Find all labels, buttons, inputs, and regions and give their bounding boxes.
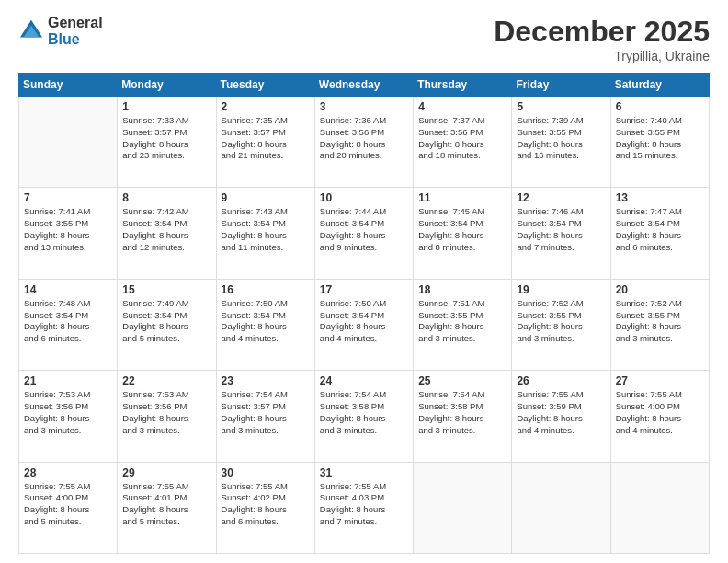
logo-blue-text: Blue [48,31,103,48]
day-number: 12 [517,191,605,204]
day-number: 25 [418,374,506,387]
day-number: 21 [24,374,112,387]
calendar-cell [19,97,118,188]
calendar-cell: 1Sunrise: 7:33 AM Sunset: 3:57 PM Daylig… [118,97,216,188]
calendar-cell: 12Sunrise: 7:46 AM Sunset: 3:54 PM Dayli… [512,188,610,279]
day-number: 19 [517,283,605,296]
day-number: 8 [122,191,210,204]
logo-general-text: General [48,15,103,31]
calendar-cell: 13Sunrise: 7:47 AM Sunset: 3:54 PM Dayli… [610,188,709,279]
calendar-cell: 24Sunrise: 7:54 AM Sunset: 3:58 PM Dayli… [314,371,413,462]
day-number: 10 [320,191,408,204]
day-info: Sunrise: 7:43 AM Sunset: 3:54 PM Dayligh… [222,206,310,253]
calendar-cell: 30Sunrise: 7:55 AM Sunset: 4:02 PM Dayli… [216,462,314,553]
calendar-cell [512,462,610,553]
logo-text: General Blue [48,15,103,47]
logo-icon [18,18,44,44]
day-info: Sunrise: 7:35 AM Sunset: 3:57 PM Dayligh… [222,115,310,162]
day-info: Sunrise: 7:36 AM Sunset: 3:56 PM Dayligh… [320,115,408,162]
title-section: December 2025 Trypillia, Ukraine [494,15,710,63]
day-number: 7 [24,191,112,204]
page: General Blue December 2025 Trypillia, Uk… [0,0,728,563]
day-info: Sunrise: 7:42 AM Sunset: 3:54 PM Dayligh… [122,206,210,253]
calendar-cell: 6Sunrise: 7:40 AM Sunset: 3:55 PM Daylig… [610,97,709,188]
day-number: 23 [222,374,310,387]
calendar-cell: 20Sunrise: 7:52 AM Sunset: 3:55 PM Dayli… [610,279,709,370]
day-info: Sunrise: 7:50 AM Sunset: 3:54 PM Dayligh… [222,298,310,345]
calendar-cell: 21Sunrise: 7:53 AM Sunset: 3:56 PM Dayli… [19,371,118,462]
day-info: Sunrise: 7:51 AM Sunset: 3:55 PM Dayligh… [418,298,506,345]
day-info: Sunrise: 7:55 AM Sunset: 4:01 PM Dayligh… [122,481,210,528]
calendar-week-1: 7Sunrise: 7:41 AM Sunset: 3:55 PM Daylig… [19,188,710,279]
calendar-cell: 19Sunrise: 7:52 AM Sunset: 3:55 PM Dayli… [512,279,610,370]
day-info: Sunrise: 7:52 AM Sunset: 3:55 PM Dayligh… [616,298,704,345]
day-number: 31 [320,466,408,479]
day-number: 30 [222,466,310,479]
col-sunday: Sunday [19,74,118,97]
day-number: 18 [418,283,506,296]
calendar-cell [414,462,512,553]
calendar-cell: 29Sunrise: 7:55 AM Sunset: 4:01 PM Dayli… [118,462,216,553]
day-number: 13 [616,191,704,204]
calendar-cell: 2Sunrise: 7:35 AM Sunset: 3:57 PM Daylig… [216,97,314,188]
calendar-cell: 14Sunrise: 7:48 AM Sunset: 3:54 PM Dayli… [19,279,118,370]
col-thursday: Thursday [414,74,512,97]
calendar-cell: 22Sunrise: 7:53 AM Sunset: 3:56 PM Dayli… [118,371,216,462]
day-number: 6 [616,100,704,113]
calendar-cell: 25Sunrise: 7:54 AM Sunset: 3:58 PM Dayli… [414,371,512,462]
day-number: 3 [320,100,408,113]
day-number: 9 [222,191,310,204]
col-wednesday: Wednesday [314,74,413,97]
day-info: Sunrise: 7:54 AM Sunset: 3:58 PM Dayligh… [418,389,506,436]
calendar-cell: 28Sunrise: 7:55 AM Sunset: 4:00 PM Dayli… [19,462,118,553]
subtitle: Trypillia, Ukraine [494,49,710,63]
calendar-week-0: 1Sunrise: 7:33 AM Sunset: 3:57 PM Daylig… [19,97,710,188]
day-number: 24 [320,374,408,387]
day-info: Sunrise: 7:55 AM Sunset: 4:02 PM Dayligh… [222,481,310,528]
day-number: 5 [517,100,605,113]
calendar-cell: 27Sunrise: 7:55 AM Sunset: 4:00 PM Dayli… [610,371,709,462]
day-number: 11 [418,191,506,204]
calendar-cell: 26Sunrise: 7:55 AM Sunset: 3:59 PM Dayli… [512,371,610,462]
calendar-week-2: 14Sunrise: 7:48 AM Sunset: 3:54 PM Dayli… [19,279,710,370]
calendar-cell: 4Sunrise: 7:37 AM Sunset: 3:56 PM Daylig… [414,97,512,188]
calendar-cell: 31Sunrise: 7:55 AM Sunset: 4:03 PM Dayli… [314,462,413,553]
col-tuesday: Tuesday [216,74,314,97]
day-info: Sunrise: 7:55 AM Sunset: 4:00 PM Dayligh… [616,389,704,436]
day-number: 29 [122,466,210,479]
day-info: Sunrise: 7:49 AM Sunset: 3:54 PM Dayligh… [122,298,210,345]
day-info: Sunrise: 7:45 AM Sunset: 3:54 PM Dayligh… [418,206,506,253]
day-info: Sunrise: 7:37 AM Sunset: 3:56 PM Dayligh… [418,115,506,162]
day-info: Sunrise: 7:54 AM Sunset: 3:57 PM Dayligh… [222,389,310,436]
calendar-cell: 9Sunrise: 7:43 AM Sunset: 3:54 PM Daylig… [216,188,314,279]
day-info: Sunrise: 7:41 AM Sunset: 3:55 PM Dayligh… [24,206,112,253]
calendar-week-3: 21Sunrise: 7:53 AM Sunset: 3:56 PM Dayli… [19,371,710,462]
day-info: Sunrise: 7:55 AM Sunset: 4:00 PM Dayligh… [24,481,112,528]
calendar-cell: 3Sunrise: 7:36 AM Sunset: 3:56 PM Daylig… [314,97,413,188]
day-number: 26 [517,374,605,387]
calendar-table: Sunday Monday Tuesday Wednesday Thursday… [18,73,710,554]
day-info: Sunrise: 7:47 AM Sunset: 3:54 PM Dayligh… [616,206,704,253]
day-info: Sunrise: 7:46 AM Sunset: 3:54 PM Dayligh… [517,206,605,253]
day-info: Sunrise: 7:52 AM Sunset: 3:55 PM Dayligh… [517,298,605,345]
day-info: Sunrise: 7:39 AM Sunset: 3:55 PM Dayligh… [517,115,605,162]
calendar-header-row: Sunday Monday Tuesday Wednesday Thursday… [19,74,710,97]
day-number: 1 [122,100,210,113]
day-info: Sunrise: 7:40 AM Sunset: 3:55 PM Dayligh… [616,115,704,162]
col-friday: Friday [512,74,610,97]
day-number: 14 [24,283,112,296]
day-number: 17 [320,283,408,296]
day-info: Sunrise: 7:53 AM Sunset: 3:56 PM Dayligh… [122,389,210,436]
col-saturday: Saturday [610,74,709,97]
calendar-cell: 23Sunrise: 7:54 AM Sunset: 3:57 PM Dayli… [216,371,314,462]
day-info: Sunrise: 7:55 AM Sunset: 3:59 PM Dayligh… [517,389,605,436]
calendar-cell: 15Sunrise: 7:49 AM Sunset: 3:54 PM Dayli… [118,279,216,370]
day-info: Sunrise: 7:54 AM Sunset: 3:58 PM Dayligh… [320,389,408,436]
day-number: 2 [222,100,310,113]
day-info: Sunrise: 7:33 AM Sunset: 3:57 PM Dayligh… [122,115,210,162]
main-title: December 2025 [494,15,710,49]
day-info: Sunrise: 7:50 AM Sunset: 3:54 PM Dayligh… [320,298,408,345]
day-number: 28 [24,466,112,479]
calendar-week-4: 28Sunrise: 7:55 AM Sunset: 4:00 PM Dayli… [19,462,710,553]
calendar-cell: 7Sunrise: 7:41 AM Sunset: 3:55 PM Daylig… [19,188,118,279]
